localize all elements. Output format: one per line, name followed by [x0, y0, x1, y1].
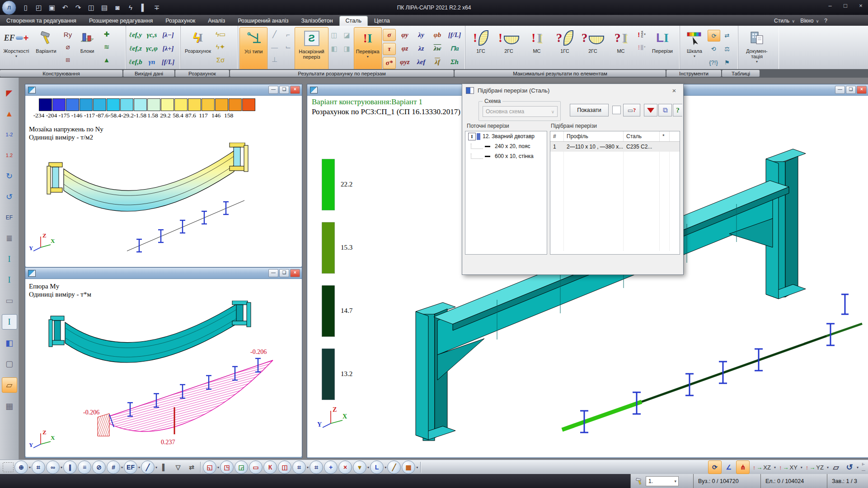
- filter-button[interactable]: [644, 104, 657, 116]
- window3-minimize-button[interactable]: —: [835, 86, 845, 94]
- tools-small-button-5[interactable]: {?!}: [708, 57, 719, 68]
- input-cell-6[interactable]: [λ+]: [160, 45, 176, 52]
- result-math-cell-10[interactable]: [f/L]: [446, 31, 464, 39]
- tab-4[interactable]: Аналіз: [202, 16, 231, 26]
- tree-root-item[interactable]: Ι 12. Зварний двотавр: [465, 131, 547, 141]
- rotate-mode-button[interactable]: ⟳: [708, 460, 722, 474]
- selection-rect-icon[interactable]: [3, 462, 14, 472]
- open-icon[interactable]: ◰: [34, 3, 44, 13]
- input-cell-5[interactable]: γc,φ: [144, 45, 160, 52]
- variants-button[interactable]: Варіанти: [31, 27, 61, 70]
- result-math-cell-2[interactable]: φz: [397, 45, 413, 52]
- toolbar-frame-red-icon[interactable]: ▭: [249, 460, 263, 474]
- construction-small-button2-2[interactable]: ≋: [101, 42, 113, 52]
- run-icon[interactable]: ϟ: [126, 3, 136, 13]
- sidebar-mosaic-results-icon[interactable]: ◤: [2, 86, 17, 100]
- sidebar-ibeam-pressed-icon[interactable]: Ι: [2, 314, 17, 330]
- calc-small-button-1[interactable]: ϟ▭: [215, 29, 226, 40]
- tree-child-item-1[interactable]: 240 x 20, пояс: [465, 141, 547, 151]
- current-sections-tree[interactable]: Ι 12. Зварний двотавр 240 x 20, пояс600 …: [465, 131, 547, 255]
- toolbar-stiffness-ef-icon[interactable]: EF: [124, 460, 137, 474]
- construction-small-button-1[interactable]: Ry: [62, 29, 74, 40]
- window1-close-button[interactable]: ×: [290, 86, 300, 94]
- max-result-button-excl-2ГС[interactable]: !2ГС: [495, 27, 523, 70]
- toolbar-edge-buttons[interactable]: ⊩—: [860, 462, 867, 473]
- table-column-1[interactable]: #: [550, 131, 564, 141]
- calculation-button[interactable]: ϟ Ι Розрахунок: [182, 27, 214, 70]
- toolbar-zoom-in-icon[interactable]: +: [324, 460, 338, 474]
- dialog-titlebar[interactable]: Підібрані перерізи (Сталь) ×: [462, 84, 683, 97]
- toolbar-flip-projection-icon[interactable]: ⇄: [185, 461, 198, 474]
- window1-maximize-button[interactable]: ❏: [279, 86, 289, 94]
- redo-icon[interactable]: ↷: [73, 3, 83, 13]
- toolbar-grid-b-icon[interactable]: ⌗: [310, 460, 323, 474]
- spin-view-button[interactable]: ↺: [843, 461, 856, 474]
- results-gray-button-1[interactable]: ╱: [268, 29, 280, 40]
- max-envelope-button[interactable]: ! max ▾: [636, 29, 647, 40]
- show-button[interactable]: Показати: [570, 104, 609, 116]
- result-math-cell-12[interactable]: Σh: [446, 58, 464, 66]
- result-math-cell-11[interactable]: ⊓a: [446, 44, 464, 52]
- toolbar-k-frame-icon[interactable]: К: [263, 460, 277, 474]
- toolbar-paint-icon[interactable]: ▾: [353, 460, 366, 474]
- table-column-2[interactable]: Профіль: [564, 131, 624, 141]
- toolbar-nodes-grid-icon[interactable]: ⌗: [32, 460, 45, 474]
- max-result-button-excl-МС[interactable]: !ΙМС: [523, 27, 551, 70]
- table-column-3[interactable]: Сталь: [624, 131, 660, 141]
- sidebar-mosaic-arrow-icon[interactable]: ▲: [2, 107, 17, 121]
- mode-select[interactable]: 1.▾: [646, 476, 679, 486]
- sidebar-stiffness-ef-icon[interactable]: EF: [2, 210, 17, 225]
- stiffness-button[interactable]: EF + Жорсткості▾: [1, 27, 31, 70]
- table-column-4[interactable]: *: [660, 131, 670, 141]
- toolbar-mosaic-icon[interactable]: ▦: [402, 460, 415, 474]
- calc-small-button-2[interactable]: ϟ✦: [215, 42, 226, 52]
- result-math-cell-8[interactable]: λw: [429, 45, 446, 52]
- camera-icon[interactable]: ◙: [113, 3, 122, 13]
- tree-child-item-2[interactable]: 600 x 10, стінка: [465, 151, 547, 161]
- tab-3[interactable]: Розрахунок: [159, 16, 202, 26]
- result-math-cell-6[interactable]: λef: [413, 58, 429, 66]
- copy-button[interactable]: ⧉: [658, 104, 672, 116]
- save-icon[interactable]: ▣: [47, 3, 57, 13]
- window2-titlebar[interactable]: — ❏ ×: [25, 268, 302, 279]
- input-cell-9[interactable]: [f/L]: [160, 58, 176, 66]
- tab-2[interactable]: Розширене редагування: [83, 16, 159, 26]
- tab-6[interactable]: Залізобетон: [295, 16, 339, 26]
- construction-small-button-2[interactable]: ⌀: [62, 42, 74, 52]
- window3-maximize-button[interactable]: ❏: [846, 86, 856, 94]
- toolbar-grid-hash-icon[interactable]: #: [107, 460, 120, 474]
- max-result-button-excl-1ГС[interactable]: !1ГС: [467, 27, 495, 70]
- sidebar-cube-blue-icon[interactable]: ◧: [2, 336, 17, 350]
- through-section-button[interactable]: Ƨ Наскрізний переріз: [295, 27, 328, 70]
- menu-2[interactable]: Вікно ∨: [800, 18, 819, 24]
- toolbar-flag-l-icon[interactable]: L: [370, 460, 384, 474]
- input-cell-2[interactable]: γc,s: [144, 31, 160, 39]
- sidebar-rotate-ccw-icon[interactable]: ↺: [2, 190, 17, 204]
- toolbar-rotate-node-icon[interactable]: ⊘: [92, 460, 106, 474]
- sidebar-forces-1-2-icon[interactable]: 1-2: [2, 127, 17, 142]
- selected-sections-table[interactable]: #ПрофільСталь* 12—110 х 10 , —380 х...С2…: [550, 131, 680, 255]
- results-gray-button2-2[interactable]: ⌙: [282, 42, 294, 52]
- max-thermo-button[interactable]: !▮▾: [636, 42, 647, 52]
- truss-section-button-2[interactable]: ◪: [341, 30, 353, 41]
- tools-small-button-2[interactable]: ⇄: [721, 30, 733, 41]
- toolbar-fragment-cut-icon[interactable]: ◳: [220, 460, 234, 474]
- sidebar-plate-selected-icon[interactable]: ▱: [2, 377, 17, 393]
- truss-section-button-4[interactable]: ◨: [341, 43, 353, 54]
- documentation-button[interactable]: Докумен-тація▾: [740, 27, 774, 70]
- menu-1[interactable]: Стиль ∨: [774, 18, 795, 24]
- view-xy-button[interactable]: ↑→XY: [777, 461, 799, 473]
- construction-small-button2-3[interactable]: ▲: [101, 54, 113, 65]
- isometric-view-button[interactable]: ⋔: [736, 460, 750, 474]
- sidebar-eraser-icon[interactable]: ▭: [2, 293, 17, 308]
- sigma-button-3[interactable]: σ*: [383, 57, 396, 69]
- window1-minimize-button[interactable]: —: [268, 86, 278, 94]
- sidebar-load-values-icon[interactable]: 1.2: [2, 148, 17, 163]
- construction-small-button2-1[interactable]: ✚: [101, 29, 113, 40]
- result-math-cell-4[interactable]: λy: [413, 31, 429, 39]
- result-math-cell-5[interactable]: λz: [413, 45, 429, 52]
- window1-titlebar[interactable]: — ❏ ×: [25, 84, 302, 96]
- axes-icon-button[interactable]: ∠: [723, 461, 735, 474]
- cube-icon[interactable]: ◫: [86, 3, 96, 13]
- results-gray-button-3[interactable]: ⊥: [268, 54, 280, 65]
